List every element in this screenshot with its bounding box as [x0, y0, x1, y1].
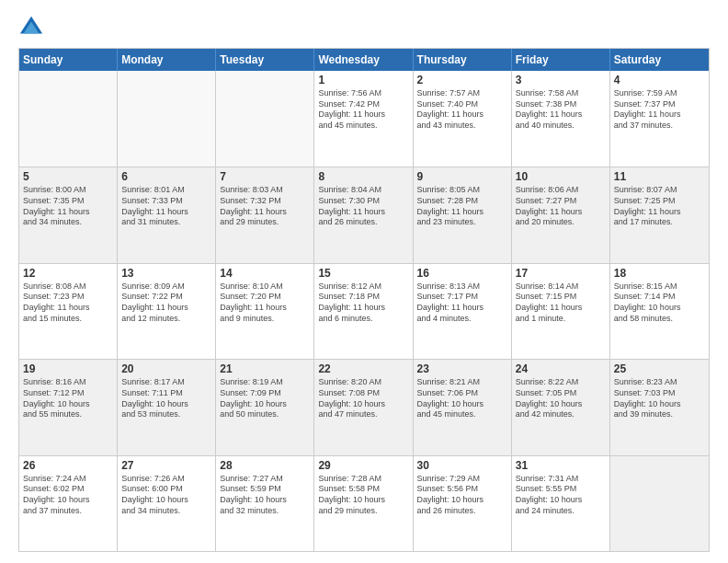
calendar-cell: 2Sunrise: 7:57 AM Sunset: 7:40 PM Daylig… — [414, 71, 512, 167]
cell-info: Sunrise: 8:05 AM Sunset: 7:28 PM Dayligh… — [417, 185, 507, 228]
cell-info: Sunrise: 8:12 AM Sunset: 7:18 PM Dayligh… — [318, 282, 408, 325]
day-number: 25 — [614, 362, 705, 375]
calendar-row-3: 12Sunrise: 8:08 AM Sunset: 7:23 PM Dayli… — [19, 263, 709, 359]
cell-info: Sunrise: 8:14 AM Sunset: 7:15 PM Dayligh… — [516, 282, 606, 325]
calendar-cell: 12Sunrise: 8:08 AM Sunset: 7:23 PM Dayli… — [19, 264, 118, 359]
calendar-cell: 30Sunrise: 7:29 AM Sunset: 5:56 PM Dayli… — [414, 456, 512, 551]
day-number: 12 — [23, 267, 113, 280]
day-number: 2 — [417, 74, 507, 86]
day-number: 3 — [516, 74, 606, 86]
calendar-cell: 15Sunrise: 8:12 AM Sunset: 7:18 PM Dayli… — [314, 264, 413, 359]
day-number: 29 — [318, 459, 408, 472]
weekday-header-friday: Friday — [512, 49, 610, 71]
calendar-cell — [19, 71, 118, 167]
logo-icon — [18, 15, 44, 40]
cell-info: Sunrise: 8:19 AM Sunset: 7:09 PM Dayligh… — [220, 377, 310, 420]
calendar-cell: 8Sunrise: 8:04 AM Sunset: 7:30 PM Daylig… — [314, 167, 413, 262]
cell-info: Sunrise: 8:04 AM Sunset: 7:30 PM Dayligh… — [318, 185, 408, 228]
day-number: 28 — [220, 459, 310, 472]
logo — [18, 15, 48, 40]
calendar-row-2: 5Sunrise: 8:00 AM Sunset: 7:35 PM Daylig… — [19, 167, 709, 262]
calendar-cell: 26Sunrise: 7:24 AM Sunset: 6:02 PM Dayli… — [19, 456, 118, 551]
cell-info: Sunrise: 8:06 AM Sunset: 7:27 PM Dayligh… — [516, 185, 606, 228]
calendar-cell: 24Sunrise: 8:22 AM Sunset: 7:05 PM Dayli… — [512, 360, 610, 454]
calendar-cell: 5Sunrise: 8:00 AM Sunset: 7:35 PM Daylig… — [19, 167, 118, 262]
cell-info: Sunrise: 8:07 AM Sunset: 7:25 PM Dayligh… — [614, 185, 705, 228]
calendar-cell: 11Sunrise: 8:07 AM Sunset: 7:25 PM Dayli… — [610, 167, 709, 262]
day-number: 30 — [417, 459, 507, 472]
calendar-header: SundayMondayTuesdayWednesdayThursdayFrid… — [19, 49, 709, 71]
cell-info: Sunrise: 8:21 AM Sunset: 7:06 PM Dayligh… — [417, 377, 507, 420]
calendar-cell: 9Sunrise: 8:05 AM Sunset: 7:28 PM Daylig… — [414, 167, 512, 262]
day-number: 6 — [121, 170, 211, 183]
calendar-cell: 22Sunrise: 8:20 AM Sunset: 7:08 PM Dayli… — [314, 360, 413, 454]
calendar-cell: 19Sunrise: 8:16 AM Sunset: 7:12 PM Dayli… — [19, 360, 118, 454]
calendar-cell: 10Sunrise: 8:06 AM Sunset: 7:27 PM Dayli… — [512, 167, 610, 262]
day-number: 5 — [23, 170, 113, 183]
calendar-cell: 1Sunrise: 7:56 AM Sunset: 7:42 PM Daylig… — [314, 71, 413, 167]
day-number: 16 — [417, 267, 507, 280]
cell-info: Sunrise: 8:00 AM Sunset: 7:35 PM Dayligh… — [23, 185, 113, 228]
day-number: 24 — [516, 362, 606, 375]
cell-info: Sunrise: 8:15 AM Sunset: 7:14 PM Dayligh… — [614, 282, 705, 325]
cell-info: Sunrise: 7:58 AM Sunset: 7:38 PM Dayligh… — [516, 88, 606, 132]
calendar-cell: 27Sunrise: 7:26 AM Sunset: 6:00 PM Dayli… — [118, 456, 216, 551]
cell-info: Sunrise: 7:31 AM Sunset: 5:55 PM Dayligh… — [516, 474, 606, 517]
weekday-header-saturday: Saturday — [610, 49, 709, 71]
cell-info: Sunrise: 7:56 AM Sunset: 7:42 PM Dayligh… — [318, 88, 408, 132]
day-number: 17 — [516, 267, 606, 280]
weekday-header-thursday: Thursday — [414, 49, 512, 71]
cell-info: Sunrise: 7:24 AM Sunset: 6:02 PM Dayligh… — [23, 474, 113, 517]
day-number: 19 — [23, 362, 113, 375]
calendar-cell: 29Sunrise: 7:28 AM Sunset: 5:58 PM Dayli… — [314, 456, 413, 551]
calendar-cell — [610, 456, 709, 551]
cell-info: Sunrise: 7:28 AM Sunset: 5:58 PM Dayligh… — [318, 474, 408, 517]
cell-info: Sunrise: 8:10 AM Sunset: 7:20 PM Dayligh… — [220, 282, 310, 325]
day-number: 11 — [614, 170, 705, 183]
calendar-cell: 4Sunrise: 7:59 AM Sunset: 7:37 PM Daylig… — [610, 71, 709, 167]
cell-info: Sunrise: 8:01 AM Sunset: 7:33 PM Dayligh… — [121, 185, 211, 228]
page: SundayMondayTuesdayWednesdayThursdayFrid… — [0, 0, 728, 563]
cell-info: Sunrise: 7:26 AM Sunset: 6:00 PM Dayligh… — [121, 474, 211, 517]
day-number: 27 — [121, 459, 211, 472]
cell-info: Sunrise: 8:23 AM Sunset: 7:03 PM Dayligh… — [614, 377, 705, 420]
calendar-cell: 17Sunrise: 8:14 AM Sunset: 7:15 PM Dayli… — [512, 264, 610, 359]
day-number: 26 — [23, 459, 113, 472]
calendar-cell: 20Sunrise: 8:17 AM Sunset: 7:11 PM Dayli… — [118, 360, 216, 454]
calendar-cell: 25Sunrise: 8:23 AM Sunset: 7:03 PM Dayli… — [610, 360, 709, 454]
day-number: 15 — [318, 267, 408, 280]
calendar-cell: 6Sunrise: 8:01 AM Sunset: 7:33 PM Daylig… — [118, 167, 216, 262]
cell-info: Sunrise: 8:03 AM Sunset: 7:32 PM Dayligh… — [220, 185, 310, 228]
day-number: 21 — [220, 362, 310, 375]
cell-info: Sunrise: 8:17 AM Sunset: 7:11 PM Dayligh… — [121, 377, 211, 420]
day-number: 4 — [614, 74, 705, 86]
calendar-cell: 28Sunrise: 7:27 AM Sunset: 5:59 PM Dayli… — [216, 456, 314, 551]
day-number: 22 — [318, 362, 408, 375]
calendar-cell: 13Sunrise: 8:09 AM Sunset: 7:22 PM Dayli… — [118, 264, 216, 359]
day-number: 18 — [614, 267, 705, 280]
calendar-cell: 23Sunrise: 8:21 AM Sunset: 7:06 PM Dayli… — [414, 360, 512, 454]
cell-info: Sunrise: 7:59 AM Sunset: 7:37 PM Dayligh… — [614, 88, 705, 132]
day-number: 31 — [516, 459, 606, 472]
cell-info: Sunrise: 8:08 AM Sunset: 7:23 PM Dayligh… — [23, 282, 113, 325]
cell-info: Sunrise: 7:29 AM Sunset: 5:56 PM Dayligh… — [417, 474, 507, 517]
cell-info: Sunrise: 7:57 AM Sunset: 7:40 PM Dayligh… — [417, 88, 507, 132]
cell-info: Sunrise: 8:20 AM Sunset: 7:08 PM Dayligh… — [318, 377, 408, 420]
header — [18, 15, 710, 40]
calendar: SundayMondayTuesdayWednesdayThursdayFrid… — [18, 48, 710, 552]
calendar-cell — [216, 71, 314, 167]
cell-info: Sunrise: 8:22 AM Sunset: 7:05 PM Dayligh… — [516, 377, 606, 420]
day-number: 13 — [121, 267, 211, 280]
day-number: 7 — [220, 170, 310, 183]
day-number: 8 — [318, 170, 408, 183]
weekday-header-wednesday: Wednesday — [314, 49, 413, 71]
calendar-cell: 31Sunrise: 7:31 AM Sunset: 5:55 PM Dayli… — [512, 456, 610, 551]
cell-info: Sunrise: 7:27 AM Sunset: 5:59 PM Dayligh… — [220, 474, 310, 517]
calendar-cell: 14Sunrise: 8:10 AM Sunset: 7:20 PM Dayli… — [216, 264, 314, 359]
calendar-cell: 18Sunrise: 8:15 AM Sunset: 7:14 PM Dayli… — [610, 264, 709, 359]
calendar-row-1: 1Sunrise: 7:56 AM Sunset: 7:42 PM Daylig… — [19, 71, 709, 167]
day-number: 23 — [417, 362, 507, 375]
calendar-cell: 7Sunrise: 8:03 AM Sunset: 7:32 PM Daylig… — [216, 167, 314, 262]
day-number: 10 — [516, 170, 606, 183]
day-number: 9 — [417, 170, 507, 183]
